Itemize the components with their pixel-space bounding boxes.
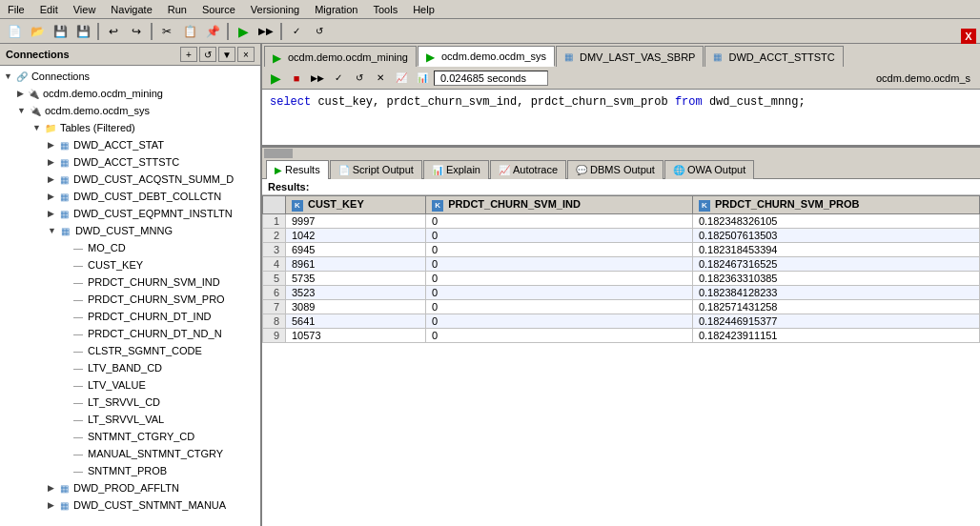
run-script-button[interactable]: ▶▶ (255, 21, 276, 42)
menu-tools[interactable]: Tools (365, 2, 405, 17)
commit-btn[interactable]: ✓ (329, 70, 348, 87)
table-row[interactable]: 9 10573 0 0.182423911151 (263, 329, 980, 343)
tree-table-mnng[interactable]: ▼ ▦ DWD_CUST_MNNG (2, 222, 258, 239)
tree-col-sntmnt-ctgry[interactable]: — SNTMNT_CTGRY_CD (2, 428, 258, 445)
tree-col-lt-srvvl-cd[interactable]: — LT_SRVVL_CD (2, 394, 258, 411)
table-row[interactable]: 8 5641 0 0.182446915377 (263, 314, 980, 329)
expand-arrow-sys: ▼ (17, 106, 26, 115)
tab-dmv[interactable]: ▦ DMV_LAST_VAS_SBRP (556, 46, 704, 67)
tree-label-lt-srvvl-cd: LT_SRVVL_CD (88, 396, 160, 408)
tree-col-ltv-band[interactable]: — LTV_BAND_CD (2, 359, 258, 376)
results-grid-container[interactable]: K CUST_KEY K PRDCT_CHURN_SVM_IND K PRDCT… (262, 195, 980, 526)
menu-help[interactable]: Help (405, 2, 442, 17)
cancel-btn[interactable]: ✕ (371, 70, 390, 87)
folder-icon: 📁 (43, 120, 58, 135)
left-panel-toolbar: + ↺ ▼ × (180, 47, 255, 62)
tree-db-sys[interactable]: ▼ 🔌 ocdm.demo.ocdm_sys (2, 102, 258, 119)
autotrace-btn[interactable]: 📈 (392, 70, 411, 87)
tab-mining[interactable]: ▶ ocdm.demo.ocdm_mining (264, 46, 417, 67)
results-tab-explain[interactable]: 📊 Explain (423, 160, 489, 179)
menu-versioning[interactable]: Versioning (243, 2, 307, 17)
expand-arrow-acct-stat: ▶ (48, 140, 54, 150)
results-tab-autotrace[interactable]: 📈 Autotrace (490, 160, 566, 179)
paste-button[interactable]: 📌 (202, 21, 223, 42)
tree-table-prod-affltn[interactable]: ▶ ▦ DWD_PROD_AFFLTN (2, 479, 258, 496)
refresh-button[interactable]: ↺ (199, 47, 216, 62)
copy-button[interactable]: 📋 (179, 21, 200, 42)
menu-navigate[interactable]: Navigate (103, 2, 159, 17)
run-button[interactable]: ▶ (233, 21, 254, 42)
tree-table-sntmnt-manua[interactable]: ▶ ▦ DWD_CUST_SNTMNT_MANUA (2, 496, 258, 514)
cut-button[interactable]: ✂ (156, 21, 177, 42)
col-ltv-val-icon: — (71, 377, 86, 393)
col-header-cust-key[interactable]: K CUST_KEY (286, 196, 426, 214)
new-button[interactable]: 📄 (4, 21, 25, 42)
menu-view[interactable]: View (66, 2, 104, 17)
tree-col-manual-sntmnt[interactable]: — MANUAL_SNTMNT_CTGRY (2, 445, 258, 462)
sql-editor[interactable]: select cust_key, prdct_churn_svm_ind, pr… (262, 90, 980, 147)
menu-migration[interactable]: Migration (307, 2, 365, 17)
tree-col-mo-cd[interactable]: — MO_CD (2, 239, 258, 256)
tree-col-churn-ind[interactable]: — PRDCT_CHURN_SVM_IND (2, 273, 258, 291)
table-row[interactable]: 3 6945 0 0.182318453394 (263, 243, 980, 257)
save-all-button[interactable]: 💾 (72, 21, 93, 42)
editor-hscroll[interactable] (262, 147, 980, 158)
tree-col-dt-ind[interactable]: — PRDCT_CHURN_DT_IND (2, 308, 258, 325)
rollback-button[interactable]: ↺ (309, 21, 330, 42)
tree-col-churn-prob[interactable]: — PRDCT_CHURN_SVM_PRO (2, 291, 258, 308)
save-button[interactable]: 💾 (50, 21, 71, 42)
table-row[interactable]: 6 3523 0 0.182384128233 (263, 286, 980, 300)
open-button[interactable]: 📂 (27, 21, 48, 42)
tree-col-lt-srvvl-val[interactable]: — LT_SRVVL_VAL (2, 411, 258, 428)
tree-table-eqpmnt[interactable]: ▶ ▦ DWD_CUST_EQPMNT_INSTLTN (2, 205, 258, 222)
rollback-btn[interactable]: ↺ (350, 70, 369, 87)
run-script-btn[interactable]: ▶▶ (308, 70, 327, 87)
tree-label-dt-nd: PRDCT_CHURN_DT_ND_N (88, 328, 222, 339)
tree-col-ltv-val[interactable]: — LTV_VALUE (2, 376, 258, 394)
tab-dwd-acct[interactable]: ▦ DWD_ACCT_STTSTC (704, 46, 843, 67)
table-row[interactable]: 5 5735 0 0.182363310385 (263, 272, 980, 286)
tree-col-sntmnt-prob[interactable]: — SNTMNT_PROB (2, 462, 258, 479)
results-tab-dbms[interactable]: 💬 DBMS Output (567, 160, 664, 179)
tree-table-debt[interactable]: ▶ ▦ DWD_CUST_DEBT_COLLCTN (2, 188, 258, 205)
run-query-btn[interactable]: ▶ (266, 70, 285, 87)
col-header-churn-prob[interactable]: K PRDCT_CHURN_SVM_PROB (692, 196, 979, 214)
connection-tree[interactable]: ▼ 🔗 Connections ▶ 🔌 ocdm.demo.ocdm_minin… (0, 66, 260, 526)
tree-col-dt-nd[interactable]: — PRDCT_CHURN_DT_ND_N (2, 325, 258, 342)
tree-table-acqstn[interactable]: ▶ ▦ DWD_CUST_ACQSTN_SUMM_D (2, 171, 258, 188)
tree-col-cust-key[interactable]: — CUST_KEY (2, 256, 258, 273)
table-row[interactable]: 2 1042 0 0.182507613503 (263, 229, 980, 243)
tree-label-acqstn: DWD_CUST_ACQSTN_SUMM_D (73, 173, 234, 185)
hscroll-thumb[interactable] (264, 149, 293, 158)
filter-button[interactable]: ▼ (218, 47, 235, 62)
menu-edit[interactable]: Edit (32, 2, 66, 17)
explain-btn[interactable]: 📊 (413, 70, 432, 87)
left-panel-close[interactable]: × (237, 47, 255, 62)
table-row[interactable]: 7 3089 0 0.182571431258 (263, 300, 980, 314)
menu-run[interactable]: Run (160, 2, 194, 17)
redo-button[interactable]: ↪ (126, 21, 147, 42)
tree-table-acct-stat[interactable]: ▶ ▦ DWD_ACCT_STAT (2, 136, 258, 153)
menu-file[interactable]: File (0, 2, 32, 17)
table-row[interactable]: 4 8961 0 0.182467316525 (263, 257, 980, 272)
new-connection-button[interactable]: + (180, 47, 197, 62)
expand-arrow-acct-sttstc: ▶ (48, 157, 54, 167)
results-tab-owa[interactable]: 🌐 OWA Output (664, 160, 754, 179)
stop-query-btn[interactable]: ■ (287, 70, 306, 87)
tree-folder-tables[interactable]: ▼ 📁 Tables (Filtered) (2, 119, 258, 136)
cell-churn-prob: 0.182571431258 (692, 300, 979, 314)
tree-table-acct-sttstc[interactable]: ▶ ▦ DWD_ACCT_STTSTC (2, 153, 258, 171)
menu-source[interactable]: Source (194, 2, 243, 17)
col-header-churn-ind[interactable]: K PRDCT_CHURN_SVM_IND (426, 196, 693, 214)
undo-button[interactable]: ↩ (103, 21, 124, 42)
table-row[interactable]: 1 9997 0 0.182348326105 (263, 214, 980, 229)
results-tab-script[interactable]: 📄 Script Output (330, 160, 422, 179)
tree-db-mining[interactable]: ▶ 🔌 ocdm.demo.ocdm_mining (2, 85, 258, 102)
tree-root-connections[interactable]: ▼ 🔗 Connections (2, 68, 258, 85)
close-app-button[interactable]: X (961, 29, 976, 44)
tab-sys[interactable]: ▶ ocdm.demo.ocdm_sys (418, 46, 555, 67)
results-tab-results[interactable]: ▶ Results (266, 160, 329, 179)
commit-button[interactable]: ✓ (286, 21, 307, 42)
tree-col-clstr[interactable]: — CLSTR_SGMNT_CODE (2, 342, 258, 359)
cell-churn-ind: 0 (426, 286, 693, 300)
